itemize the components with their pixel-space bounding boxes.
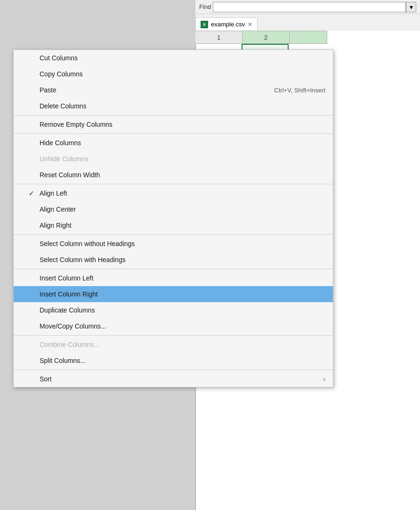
menu-item-duplicate-columns[interactable]: Duplicate Columns: [14, 302, 333, 318]
menu-item-label: Cut Columns: [40, 54, 78, 62]
menu-item-align-center[interactable]: Align Center: [14, 201, 333, 217]
find-input[interactable]: [213, 2, 406, 12]
menu-item-label: Move/Copy Columns...: [40, 322, 106, 330]
menu-item-label: Copy Columns: [40, 70, 83, 78]
menu-item-align-right[interactable]: Align Right: [14, 217, 333, 233]
menu-item-split-columns[interactable]: Split Columns...: [14, 353, 333, 369]
menu-separator: [14, 269, 333, 269]
menu-separator: [14, 115, 333, 115]
file-tab[interactable]: X example.csv ✕: [195, 17, 258, 31]
menu-item-label: Split Columns...: [40, 357, 86, 364]
menu-item-label: Paste: [40, 86, 57, 94]
menu-separator: [14, 184, 333, 184]
menu-item-copy-columns[interactable]: Copy Columns: [14, 66, 333, 82]
find-dropdown-button[interactable]: ▾: [406, 2, 416, 12]
menu-item-remove-empty-columns[interactable]: Remove Empty Columns: [14, 116, 333, 132]
context-menu: Cut ColumnsCopy ColumnsPasteCtrl+V, Shif…: [13, 49, 333, 387]
excel-icon: X: [201, 21, 208, 28]
menu-item-delete-columns[interactable]: Delete Columns: [14, 98, 333, 114]
menu-item-label: Combine Columns...: [40, 341, 99, 348]
menu-item-label: Duplicate Columns: [40, 306, 95, 314]
menu-item-combine-columns: Combine Columns...: [14, 337, 333, 353]
menu-separator: [14, 234, 333, 235]
tab-bar: X example.csv ✕: [195, 14, 420, 31]
menu-item-sort[interactable]: Sort›: [14, 371, 333, 387]
menu-item-label: Insert Column Left: [40, 274, 93, 282]
column-header-1[interactable]: 1: [195, 31, 242, 44]
menu-separator: [14, 370, 333, 370]
menu-item-unhide-columns: Unhide Columns: [14, 151, 333, 167]
menu-item-label: Unhide Columns: [40, 155, 89, 163]
menu-item-cut-columns[interactable]: Cut Columns: [14, 50, 333, 66]
menu-item-label: Align Center: [40, 206, 76, 213]
menu-item-insert-column-left[interactable]: Insert Column Left: [14, 270, 333, 286]
submenu-arrow-icon: ›: [323, 375, 325, 383]
menu-item-label: Align Right: [40, 222, 72, 229]
tab-close-button[interactable]: ✕: [248, 21, 252, 28]
menu-item-label: Delete Columns: [40, 102, 87, 110]
menu-item-hide-columns[interactable]: Hide Columns: [14, 135, 333, 151]
column-headers: 1 2: [195, 31, 420, 44]
menu-item-move-copy-columns[interactable]: Move/Copy Columns...: [14, 318, 333, 334]
menu-item-reset-column-width[interactable]: Reset Column Width: [14, 167, 333, 183]
menu-item-label: Reset Column Width: [40, 171, 100, 179]
menu-separator: [14, 335, 333, 336]
menu-item-align-left[interactable]: ✓Align Left: [14, 185, 333, 201]
menu-separator: [14, 133, 333, 134]
menu-item-label: Select Column with Headings: [40, 256, 126, 263]
column-header-3[interactable]: [290, 31, 327, 44]
menu-item-select-column-without-headings[interactable]: Select Column without Headings: [14, 236, 333, 252]
find-bar: Find ▾: [195, 0, 420, 14]
menu-item-shortcut: Ctrl+V, Shift+Insert: [274, 87, 325, 94]
menu-item-label: Insert Column Right: [40, 290, 98, 298]
checkmark-icon: ✓: [27, 189, 36, 197]
menu-item-insert-column-right[interactable]: Insert Column Right: [14, 286, 333, 302]
chevron-down-icon: ▾: [410, 3, 413, 11]
menu-item-label: Remove Empty Columns: [40, 121, 113, 128]
find-label: Find: [199, 3, 211, 10]
menu-item-label: Align Left: [40, 189, 67, 197]
menu-item-paste[interactable]: PasteCtrl+V, Shift+Insert: [14, 82, 333, 98]
tab-label: example.csv: [211, 21, 245, 28]
menu-item-label: Select Column without Headings: [40, 240, 135, 247]
column-header-2[interactable]: 2: [242, 31, 290, 44]
menu-item-select-column-with-headings[interactable]: Select Column with Headings: [14, 252, 333, 268]
menu-item-label: Hide Columns: [40, 139, 81, 147]
menu-item-label: Sort: [40, 375, 52, 383]
